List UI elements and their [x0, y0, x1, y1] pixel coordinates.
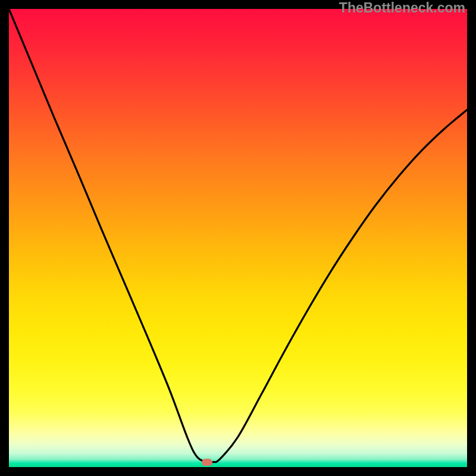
- bottleneck-curve: [9, 9, 467, 467]
- watermark-text: TheBottleneck.com: [339, 0, 465, 16]
- optimal-point-marker: [202, 459, 212, 466]
- chart-frame: TheBottleneck.com: [0, 0, 476, 476]
- plot-area: [9, 9, 467, 467]
